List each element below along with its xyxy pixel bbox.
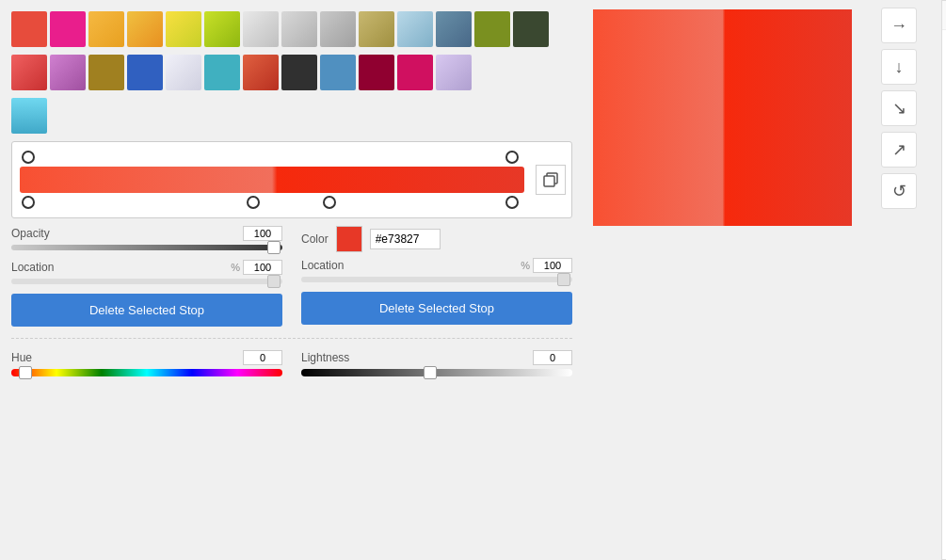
gradient-preview: [593, 9, 852, 226]
lightness-group: Lightness: [301, 350, 572, 376]
swatch[interactable]: [320, 11, 356, 47]
swatch[interactable]: [50, 55, 86, 90]
color-hex-input[interactable]: [370, 229, 441, 249]
lightness-slider-thumb[interactable]: [424, 366, 437, 379]
hue-input[interactable]: [243, 350, 282, 365]
hue-slider-thumb[interactable]: [19, 366, 32, 379]
opacity-slider-thumb[interactable]: [267, 241, 281, 254]
gradient-bar-container: [11, 141, 572, 218]
code-tabs: CSS SASS: [942, 1, 946, 30]
arrow-right-button[interactable]: →: [881, 8, 917, 43]
svg-rect-0: [544, 176, 554, 186]
color-row: Color: [301, 226, 572, 252]
swatch[interactable]: [281, 55, 317, 90]
lightness-input[interactable]: [533, 350, 572, 365]
swatch[interactable]: [88, 55, 124, 90]
swatch[interactable]: [11, 11, 47, 47]
gradient-stop-top-right[interactable]: [505, 151, 519, 164]
swatch[interactable]: [281, 11, 317, 47]
swatch[interactable]: [127, 11, 163, 47]
swatch[interactable]: [243, 55, 279, 90]
swatch[interactable]: [11, 55, 47, 90]
controls-row: Opacity Location %: [11, 226, 572, 327]
swatch[interactable]: [359, 55, 394, 90]
gradient-stop-bottom-2[interactable]: [247, 196, 260, 209]
swatch[interactable]: [204, 55, 240, 90]
left-location-label: Location %: [11, 260, 282, 275]
left-location-input[interactable]: [243, 260, 282, 275]
swatch[interactable]: [166, 11, 201, 47]
swatch[interactable]: [436, 55, 472, 90]
delete-stop-left-button[interactable]: Delete Selected Stop: [11, 294, 282, 327]
gradient-stop-bottom-1[interactable]: [22, 196, 35, 209]
swatch[interactable]: [204, 11, 240, 47]
swatch[interactable]: [474, 11, 510, 47]
swatch[interactable]: [127, 55, 163, 90]
opacity-input[interactable]: [243, 226, 282, 241]
swatch[interactable]: [320, 55, 356, 90]
swatch-row-3: [11, 98, 572, 134]
color-preview[interactable]: [336, 226, 362, 252]
right-location-input[interactable]: [533, 258, 572, 273]
right-location-label: Location %: [301, 258, 572, 273]
refresh-button[interactable]: ↺: [881, 173, 917, 209]
swatch[interactable]: [436, 11, 472, 47]
right-location-slider-track[interactable]: [301, 277, 572, 282]
left-location-slider-thumb[interactable]: [267, 275, 281, 288]
code-content[interactable]: background: rgba(248,80,50,1); backgroun…: [942, 30, 946, 538]
swatch[interactable]: [243, 11, 279, 47]
swatch[interactable]: [11, 98, 47, 134]
code-panel: CSS SASS background: rgba(248,80,50,1); …: [941, 0, 946, 560]
lightness-slider-track[interactable]: [301, 369, 572, 376]
swatch[interactable]: [88, 11, 124, 47]
swatch[interactable]: [513, 11, 549, 47]
swatch-row-2: [11, 55, 572, 90]
preview-panel: [584, 0, 857, 560]
swatch-row-1: [11, 11, 572, 47]
arrow-diagonal-up-button[interactable]: ↗: [881, 132, 917, 168]
divider: [11, 338, 572, 339]
hue-label: Hue: [11, 350, 282, 365]
direction-panel: → ↓ ↘ ↗ ↺: [857, 0, 941, 560]
swatch[interactable]: [166, 55, 201, 90]
opacity-slider-track[interactable]: [11, 245, 282, 250]
right-controls: Color Location % Delete Selected Stop: [301, 226, 572, 327]
gradient-stop-bottom-4[interactable]: [505, 196, 519, 209]
hue-slider-track[interactable]: [11, 369, 282, 376]
gradient-stop-top-left[interactable]: [22, 151, 35, 164]
swatch[interactable]: [50, 11, 86, 47]
arrow-diagonal-down-button[interactable]: ↘: [881, 90, 917, 126]
right-location-slider-thumb[interactable]: [557, 273, 570, 286]
bottom-controls: Hue Lightness: [11, 350, 572, 376]
left-controls: Opacity Location %: [11, 226, 282, 327]
lightness-label: Lightness: [301, 350, 572, 365]
left-panel: Opacity Location %: [0, 0, 584, 560]
gradient-stop-bottom-3[interactable]: [323, 196, 336, 209]
opacity-label: Opacity: [11, 226, 282, 241]
gradient-track[interactable]: [20, 167, 524, 193]
copy-gradient-button[interactable]: [536, 165, 566, 195]
left-location-slider-track[interactable]: [11, 279, 282, 284]
swatch[interactable]: [359, 11, 394, 47]
arrow-down-button[interactable]: ↓: [881, 49, 917, 85]
swatch[interactable]: [397, 55, 433, 90]
hue-group: Hue: [11, 350, 282, 376]
swatch[interactable]: [397, 11, 433, 47]
delete-stop-right-button[interactable]: Delete Selected Stop: [301, 292, 572, 325]
